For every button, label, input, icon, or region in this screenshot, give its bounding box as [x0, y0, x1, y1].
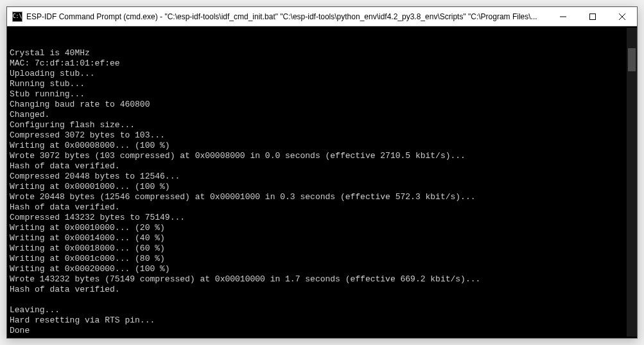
terminal-output-line: Writing at 0x00014000... (40 %) [10, 233, 627, 243]
terminal-output-line: Stub running... [10, 89, 627, 100]
terminal-output-line: Writing at 0x00001000... (100 %) [10, 182, 627, 192]
terminal-output-line: Crystal is 40MHz [10, 48, 627, 58]
terminal-output-line: Changing baud rate to 460800 [10, 100, 627, 110]
terminal-output-line: Writing at 0x00018000... (60 %) [10, 243, 627, 254]
terminal-output-line: Wrote 20448 bytes (12546 compressed) at … [10, 192, 627, 202]
terminal-output-line: Writing at 0x0001c000... (80 %) [10, 254, 627, 264]
vertical-scrollbar[interactable] [627, 28, 637, 337]
terminal-output-line: MAC: 7c:df:a1:01:ef:ee [10, 58, 627, 69]
terminal-area[interactable]: Crystal is 40MHzMAC: 7c:df:a1:01:ef:eeUp… [7, 26, 637, 338]
terminal-output-line: Hash of data verified. [10, 161, 627, 172]
command-prompt-window: C:\ ESP-IDF Command Prompt (cmd.exe) - "… [6, 6, 638, 339]
terminal-output-line: Writing at 0x00020000... (100 %) [10, 264, 627, 274]
terminal-output-line: Compressed 3072 bytes to 103... [10, 130, 627, 141]
close-icon [619, 13, 625, 20]
app-icon: C:\ [12, 12, 22, 22]
terminal-output-line [10, 336, 627, 337]
terminal-output-line: Configuring flash size... [10, 120, 627, 130]
maximize-icon [589, 13, 596, 20]
svg-rect-1 [590, 13, 596, 19]
minimize-button[interactable] [548, 7, 578, 26]
terminal-output-line: Running stub... [10, 79, 627, 89]
terminal-output-line: Wrote 3072 bytes (103 compressed) at 0x0… [10, 151, 627, 161]
scrollbar-thumb[interactable] [628, 48, 636, 71]
terminal-output-line: Writing at 0x00010000... (20 %) [10, 223, 627, 233]
minimize-icon [560, 13, 566, 20]
terminal-output-line [10, 295, 627, 305]
terminal-output-line: Hash of data verified. [10, 202, 627, 213]
terminal-output-line: Done [10, 326, 627, 336]
maximize-button[interactable] [578, 7, 607, 26]
terminal-output-line: Compressed 143232 bytes to 75149... [10, 213, 627, 223]
window-title: ESP-IDF Command Prompt (cmd.exe) - "C:\e… [26, 12, 548, 21]
terminal-output-line: Writing at 0x00008000... (100 %) [10, 141, 627, 151]
terminal-output-line: Uploading stub... [10, 69, 627, 79]
titlebar[interactable]: C:\ ESP-IDF Command Prompt (cmd.exe) - "… [7, 7, 637, 26]
terminal-output-line: Hard resetting via RTS pin... [10, 315, 627, 326]
terminal-output-line: Wrote 143232 bytes (75149 compressed) at… [10, 274, 627, 285]
terminal-output-line: Leaving... [10, 305, 627, 315]
terminal-output-line: Changed. [10, 110, 627, 120]
window-controls [548, 7, 637, 26]
terminal-output-line: Hash of data verified. [10, 285, 627, 295]
terminal-output-line: Compressed 20448 bytes to 12546... [10, 172, 627, 182]
terminal-content[interactable]: Crystal is 40MHzMAC: 7c:df:a1:01:ef:eeUp… [10, 28, 627, 337]
close-button[interactable] [607, 7, 637, 26]
